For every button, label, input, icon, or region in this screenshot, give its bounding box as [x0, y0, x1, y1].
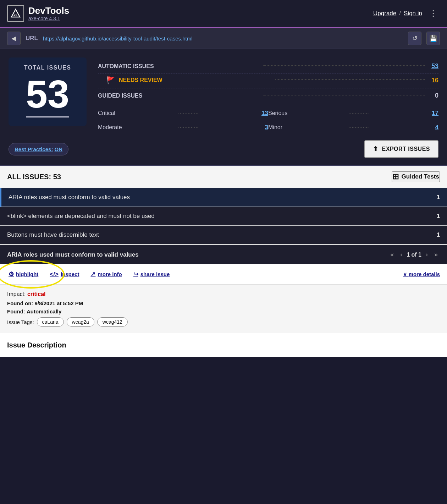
- found-label: Found:: [7, 308, 25, 314]
- app-header: ax DevTools axe-core 4.3.1 Upgrade / Sig…: [0, 0, 447, 28]
- highlight-button[interactable]: ⚙ highlight: [7, 269, 40, 279]
- all-issues-title: ALL ISSUES: 53: [7, 173, 61, 181]
- issue-item-text-1: <blink> elements are deprecated and must…: [7, 213, 431, 220]
- next-page-button[interactable]: ›: [424, 250, 430, 259]
- gear-icon: ⚙: [9, 270, 14, 278]
- more-details-container: ∨ more details: [403, 271, 440, 278]
- moderate-dots: ·············: [178, 124, 255, 131]
- signin-link[interactable]: Sign in: [404, 10, 422, 17]
- found-on-label: Found on:: [7, 300, 33, 306]
- total-issues-underline: [26, 116, 69, 117]
- critical-item: Critical ············· 13: [98, 106, 268, 120]
- pagination-text: 1 of 1: [407, 252, 421, 258]
- upgrade-link[interactable]: Upgrade: [373, 10, 396, 17]
- flag-icon: 🚩: [106, 76, 115, 84]
- minor-dots: ·············: [348, 124, 426, 131]
- found-value: Automatically: [27, 308, 61, 314]
- url-label: URL: [26, 35, 38, 42]
- pagination: « ‹ 1 of 1 › »: [388, 250, 440, 259]
- issue-item-count-0: 1: [431, 194, 440, 201]
- found-on-row: Found on: 9/8/2021 at 5:52 PM: [7, 300, 440, 306]
- inspect-button[interactable]: </> inspect: [48, 269, 81, 279]
- action-bar: ⚙ highlight </> inspect ↗ more info ↪ sh…: [0, 264, 447, 285]
- found-row: Found: Automatically: [7, 308, 440, 314]
- guided-tests-label: Guided Tests: [402, 173, 439, 180]
- moderate-count[interactable]: 3: [258, 124, 268, 131]
- needs-review-count[interactable]: 16: [431, 77, 438, 84]
- dashboard: TOTAL ISSUES 53 AUTOMATIC ISSUES 53 🚩 NE…: [0, 49, 447, 166]
- export-button[interactable]: ⬆ EXPORT ISSUES: [364, 140, 438, 158]
- url-value[interactable]: https://alphagov.github.io/accessibility…: [43, 35, 403, 42]
- header-nav: Upgrade / Sign in: [373, 10, 422, 17]
- issue-description: Issue Description: [0, 333, 447, 357]
- all-issues-header: ALL ISSUES: 53 ⊞ Guided Tests: [0, 166, 447, 188]
- needs-review-row: 🚩 NEEDS REVIEW 16: [98, 74, 438, 88]
- moderate-label: Moderate: [98, 124, 175, 131]
- serious-dots: ·············: [348, 110, 426, 116]
- tags-label: Issue Tags:: [7, 319, 34, 325]
- found-on-value: 9/8/2021 at 5:52 PM: [34, 300, 83, 306]
- best-practices-value: ON: [55, 146, 63, 152]
- impact-label: Impact:: [7, 291, 26, 297]
- minor-count[interactable]: 4: [429, 124, 438, 131]
- app-subtitle: axe-core 4.3.1: [28, 16, 369, 21]
- chevron-down-icon: ∨: [403, 271, 408, 277]
- code-icon: </>: [50, 271, 59, 278]
- critical-count[interactable]: 13: [258, 110, 268, 117]
- guided-tests-button[interactable]: ⊞ Guided Tests: [392, 171, 440, 182]
- guided-issues-label: GUIDED ISSUES: [98, 93, 260, 99]
- serious-item: Serious ············· 17: [268, 106, 438, 120]
- critical-label: Critical: [98, 110, 175, 116]
- more-info-label: more info: [98, 271, 122, 277]
- serious-label: Serious: [268, 110, 346, 116]
- issue-detail-panel: ARIA roles used must conform to valid va…: [0, 245, 447, 357]
- total-issues-label: TOTAL ISSUES: [20, 65, 75, 71]
- url-bar: ◀ URL https://alphagov.github.io/accessi…: [0, 28, 447, 49]
- first-page-button[interactable]: «: [388, 250, 396, 259]
- more-details-label: more details: [409, 271, 440, 277]
- grid-icon: ⊞: [392, 172, 399, 181]
- moderate-item: Moderate ············· 3: [98, 120, 268, 135]
- app-title: DevTools: [28, 6, 369, 16]
- dotted-leader: [263, 65, 425, 66]
- more-info-button[interactable]: ↗ more info: [89, 269, 123, 279]
- tag-2[interactable]: wcag412: [97, 317, 128, 327]
- total-issues-number: 53: [20, 75, 75, 114]
- all-issues-label: ALL ISSUES:: [7, 173, 51, 181]
- issue-description-title: Issue Description: [7, 341, 440, 349]
- issue-list-item[interactable]: Buttons must have discernible text 1: [0, 226, 447, 245]
- more-details-button[interactable]: ∨ more details: [403, 271, 440, 278]
- tag-0[interactable]: cat.aria: [37, 317, 64, 327]
- issue-list-item[interactable]: <blink> elements are deprecated and must…: [0, 207, 447, 226]
- more-menu-button[interactable]: ⋮: [426, 7, 440, 20]
- prev-page-button[interactable]: ‹: [398, 250, 404, 259]
- automatic-issues-count[interactable]: 53: [428, 62, 438, 70]
- save-button[interactable]: 💾: [426, 32, 440, 45]
- share-label: share issue: [140, 271, 170, 277]
- app-title-group: DevTools axe-core 4.3.1: [28, 6, 369, 22]
- serious-count[interactable]: 17: [429, 110, 438, 117]
- minor-label: Minor: [268, 124, 346, 131]
- issue-list-item[interactable]: ARIA roles used must conform to valid va…: [0, 188, 447, 207]
- back-button[interactable]: ◀: [7, 32, 21, 45]
- best-practices-button[interactable]: Best Practices: ON: [9, 143, 68, 155]
- issue-item-count-2: 1: [431, 232, 440, 238]
- automatic-issues-row: AUTOMATIC ISSUES 53: [98, 59, 438, 74]
- dashboard-footer: Best Practices: ON ⬆ EXPORT ISSUES: [9, 140, 438, 158]
- issue-item-count-1: 1: [431, 213, 440, 219]
- issue-item-text-2: Buttons must have discernible text: [7, 231, 431, 239]
- share-issue-button[interactable]: ↪ share issue: [132, 269, 171, 279]
- issues-details: AUTOMATIC ISSUES 53 🚩 NEEDS REVIEW 16 GU…: [98, 57, 438, 135]
- tag-1[interactable]: wcag2a: [67, 317, 94, 327]
- export-icon: ⬆: [373, 145, 379, 153]
- app-logo: ax: [7, 5, 24, 22]
- dotted-leader-3: [263, 95, 425, 95]
- last-page-button[interactable]: »: [432, 250, 440, 259]
- reload-button[interactable]: ↺: [408, 32, 421, 45]
- total-issues-box: TOTAL ISSUES 53: [9, 57, 87, 126]
- share-icon: ↪: [133, 270, 138, 278]
- nav-separator: /: [399, 10, 401, 17]
- guided-issues-count: 0: [428, 92, 438, 99]
- guided-issues-row: GUIDED ISSUES 0: [98, 88, 438, 103]
- dotted-leader-2: [275, 79, 425, 80]
